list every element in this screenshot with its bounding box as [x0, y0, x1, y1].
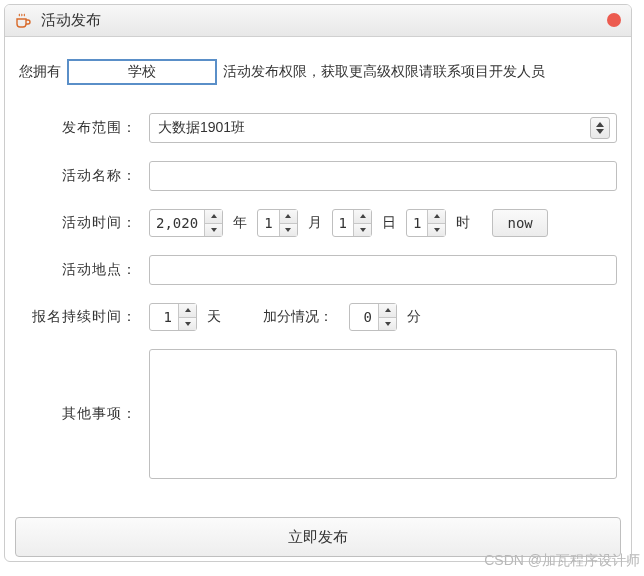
bonus-up-button[interactable] [379, 304, 396, 317]
hour-up-button[interactable] [428, 210, 445, 223]
year-up-button[interactable] [205, 210, 222, 223]
hour-value: 1 [407, 210, 427, 236]
permission-suffix: 活动发布权限，获取更高级权限请联系项目开发人员 [223, 63, 545, 81]
now-button[interactable]: now [492, 209, 547, 237]
combobox-stepper-icon[interactable] [590, 117, 610, 139]
unit-month: 月 [308, 214, 322, 232]
unit-days: 天 [207, 308, 221, 326]
label-place: 活动地点： [19, 261, 149, 279]
year-value: 2,020 [150, 210, 204, 236]
chevron-up-icon [596, 122, 604, 127]
titlebar: 活动发布 [5, 5, 631, 37]
bonus-spinner[interactable]: 0 [349, 303, 397, 331]
permission-role: 学校 [128, 63, 156, 81]
content-area: 您拥有 学校 活动发布权限，获取更高级权限请联系项目开发人员 发布范围： 大数据… [5, 37, 631, 509]
now-label: now [507, 215, 532, 231]
permission-role-box: 学校 [67, 59, 217, 85]
signup-days-down-button[interactable] [179, 317, 196, 331]
hour-spinner[interactable]: 1 [406, 209, 446, 237]
publish-button[interactable]: 立即发布 [15, 517, 621, 557]
publish-label: 立即发布 [288, 528, 348, 547]
day-up-button[interactable] [354, 210, 371, 223]
month-value: 1 [258, 210, 278, 236]
unit-day: 日 [382, 214, 396, 232]
bonus-down-button[interactable] [379, 317, 396, 331]
day-down-button[interactable] [354, 223, 371, 237]
bonus-value: 0 [350, 304, 378, 330]
day-spinner[interactable]: 1 [332, 209, 372, 237]
label-signup-duration: 报名持续时间： [19, 308, 149, 326]
signup-days-value: 1 [150, 304, 178, 330]
label-time: 活动时间： [19, 214, 149, 232]
year-spinner[interactable]: 2,020 [149, 209, 223, 237]
unit-hour: 时 [456, 214, 470, 232]
window-title: 活动发布 [41, 11, 101, 30]
activity-name-input[interactable] [149, 161, 617, 191]
scope-combobox[interactable]: 大数据1901班 [149, 113, 617, 143]
label-other: 其他事项： [19, 405, 149, 423]
month-down-button[interactable] [280, 223, 297, 237]
window-frame: 活动发布 您拥有 学校 活动发布权限，获取更高级权限请联系项目开发人员 发布范围… [4, 4, 632, 562]
close-button[interactable] [607, 13, 621, 27]
day-value: 1 [333, 210, 353, 236]
scope-value: 大数据1901班 [158, 119, 245, 137]
signup-days-spinner[interactable]: 1 [149, 303, 197, 331]
activity-place-input[interactable] [149, 255, 617, 285]
hour-down-button[interactable] [428, 223, 445, 237]
permission-prefix: 您拥有 [19, 63, 61, 81]
month-spinner[interactable]: 1 [257, 209, 297, 237]
watermark: CSDN @加瓦程序设计师 [484, 552, 640, 570]
year-down-button[interactable] [205, 223, 222, 237]
coffee-icon [15, 13, 33, 29]
label-name: 活动名称： [19, 167, 149, 185]
permission-line: 您拥有 学校 活动发布权限，获取更高级权限请联系项目开发人员 [19, 59, 617, 85]
month-up-button[interactable] [280, 210, 297, 223]
label-bonus: 加分情况： [231, 308, 341, 326]
unit-points: 分 [407, 308, 421, 326]
unit-year: 年 [233, 214, 247, 232]
chevron-down-icon [596, 129, 604, 134]
signup-days-up-button[interactable] [179, 304, 196, 317]
other-textarea[interactable] [149, 349, 617, 479]
label-scope: 发布范围： [19, 119, 149, 137]
